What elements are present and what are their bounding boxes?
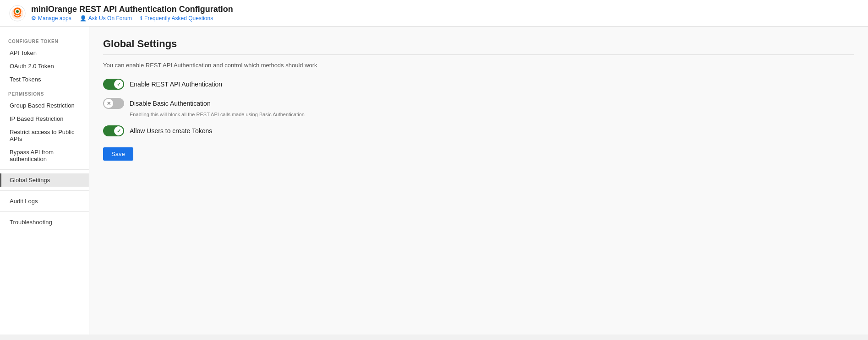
enable-rest-api-toggle[interactable]: ✓ — [103, 79, 124, 90]
person-icon: 👤 — [80, 15, 87, 22]
toggle-track-on[interactable]: ✓ — [103, 79, 124, 90]
permissions-section-label: PERMISSIONS — [0, 86, 89, 99]
info-icon: ℹ — [140, 15, 142, 22]
sidebar-item-api-token[interactable]: API Token — [0, 46, 89, 59]
check-icon-3: ✓ — [117, 128, 121, 134]
svg-point-3 — [16, 10, 19, 13]
page-title: Global Settings — [103, 38, 854, 50]
disable-basic-auth-toggle[interactable]: ✕ — [103, 98, 124, 109]
main-content: Global Settings You can enable REST API … — [89, 27, 868, 335]
toggle-row-enable-rest-api: ✓ Enable REST API Authentication — [103, 79, 854, 90]
disable-basic-auth-label: Disable Basic Authentication — [130, 100, 211, 107]
toggle-track-on-3[interactable]: ✓ — [103, 125, 124, 136]
faq-link[interactable]: ℹ Frequently Asked Questions — [140, 15, 213, 22]
app-body: CONFIGURE TOKEN API Token OAuth 2.0 Toke… — [0, 27, 868, 335]
save-button[interactable]: Save — [103, 147, 133, 161]
sidebar-item-group-restriction[interactable]: Group Based Restriction — [0, 99, 89, 112]
toggle-thumb-3: ✓ — [114, 126, 123, 135]
configure-token-section-label: CONFIGURE TOKEN — [0, 33, 89, 46]
toggle-track-off[interactable]: ✕ — [103, 98, 124, 109]
ask-forum-link[interactable]: 👤 Ask Us On Forum — [80, 15, 132, 22]
sidebar-divider-2 — [0, 190, 89, 191]
allow-create-tokens-label: Allow Users to create Tokens — [130, 127, 212, 135]
check-icon: ✓ — [117, 81, 121, 87]
toggle-row-disable-basic-auth: ✕ Disable Basic Authentication — [103, 98, 854, 109]
page-divider — [103, 54, 854, 55]
gear-icon: ⚙ — [31, 15, 36, 22]
sidebar-item-global-settings[interactable]: Global Settings — [0, 173, 89, 187]
sidebar-divider — [0, 169, 89, 170]
toggle-thumb-2: ✕ — [104, 99, 113, 108]
disable-basic-auth-description: Enabling this will block all the REST AP… — [130, 112, 854, 117]
header-links: ⚙ Manage apps 👤 Ask Us On Forum ℹ Freque… — [31, 15, 233, 22]
manage-apps-link[interactable]: ⚙ Manage apps — [31, 15, 71, 22]
enable-rest-api-label: Enable REST API Authentication — [130, 81, 222, 88]
header-logo — [9, 5, 26, 22]
allow-create-tokens-toggle[interactable]: ✓ — [103, 125, 124, 136]
sidebar-item-oauth-token[interactable]: OAuth 2.0 Token — [0, 59, 89, 73]
sidebar-item-bypass-auth[interactable]: Bypass API from authentication — [0, 146, 89, 166]
sidebar-item-ip-restriction[interactable]: IP Based Restriction — [0, 112, 89, 125]
sidebar-divider-3 — [0, 211, 89, 212]
sidebar-item-audit-logs[interactable]: Audit Logs — [0, 194, 89, 208]
sidebar: CONFIGURE TOKEN API Token OAuth 2.0 Toke… — [0, 27, 89, 335]
toggle-thumb: ✓ — [114, 80, 123, 89]
miniorange-logo — [9, 5, 26, 22]
header-top: miniOrange REST API Authentication Confi… — [31, 5, 233, 22]
x-icon: ✕ — [107, 101, 111, 107]
sidebar-item-troubleshooting[interactable]: Troubleshooting — [0, 216, 89, 229]
sidebar-item-test-tokens[interactable]: Test Tokens — [0, 73, 89, 86]
sidebar-item-public-apis[interactable]: Restrict access to Public APIs — [0, 125, 89, 146]
app-title: miniOrange REST API Authentication Confi… — [31, 5, 233, 14]
page-description: You can enable REST API Authentication a… — [103, 62, 854, 69]
toggle-row-allow-create-tokens: ✓ Allow Users to create Tokens — [103, 125, 854, 136]
header: miniOrange REST API Authentication Confi… — [0, 0, 868, 27]
